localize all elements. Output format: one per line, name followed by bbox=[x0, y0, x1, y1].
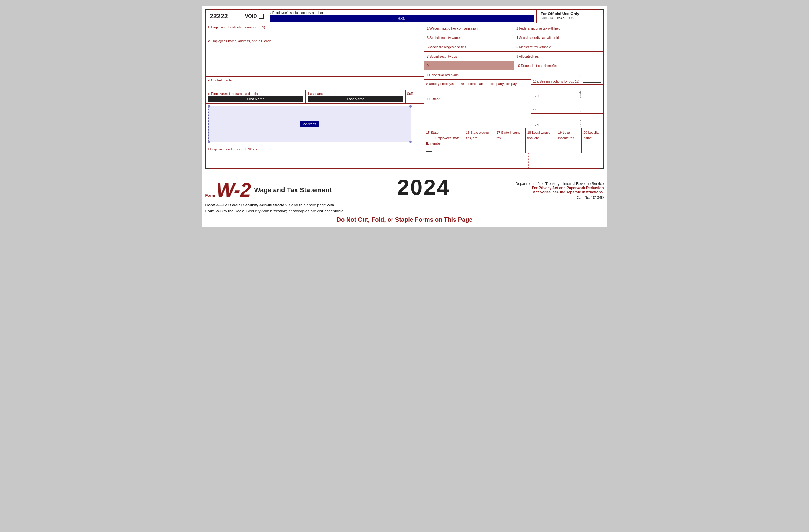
form-number: 22222 bbox=[210, 12, 228, 20]
box-1-cell: 1 Wages, tips, other compensation bbox=[424, 23, 514, 33]
form-title-text: Wage and Tax Statement bbox=[254, 186, 332, 194]
state-line-1 bbox=[426, 151, 432, 152]
ssn-label: a Employee's social security number bbox=[270, 11, 534, 15]
state-rows: 15 State Employer's state ID number 16 S… bbox=[424, 128, 603, 168]
box-19-label: 19 Local income tax bbox=[558, 131, 574, 140]
box-12a-label: 12a See instructions for box 12 bbox=[533, 80, 579, 83]
box-13-ret-label: Retirement plan bbox=[460, 82, 483, 86]
box-2-cell: 2 Federal income tax withheld bbox=[514, 23, 603, 33]
address-input[interactable]: Address bbox=[300, 121, 319, 127]
address-dashed-box[interactable]: Address bbox=[208, 106, 411, 142]
box-12a-line bbox=[583, 82, 601, 83]
box-10-cell: 10 Dependent care benefits bbox=[514, 61, 603, 70]
right-left-col: 11 Nonqualified plans Statutory employee bbox=[424, 70, 531, 128]
box-13-sickpay: Third-party sick pay bbox=[488, 81, 517, 92]
box-3-cell: 3 Social security wages bbox=[424, 33, 514, 42]
box-12c-cell: 12c c o d e bbox=[531, 99, 603, 114]
box-6-cell: 6 Medicare tax withheld bbox=[514, 42, 603, 51]
box-17-cell: 17 State income tax bbox=[495, 128, 526, 153]
box-11-cell: 11 Nonqualified plans bbox=[424, 70, 531, 80]
dept-line-1: Department of the Treasury—Internal Reve… bbox=[516, 182, 604, 186]
suff-label: Suff. bbox=[407, 92, 423, 96]
box-c-label: c Employer's name, address, and ZIP code bbox=[208, 39, 421, 43]
ssn-input[interactable]: SSN bbox=[270, 15, 534, 22]
state-dashed-col-2 bbox=[468, 153, 498, 168]
box-9-label: 9 bbox=[427, 64, 429, 68]
box-c-cell: c Employer's name, address, and ZIP code bbox=[206, 37, 424, 76]
void-checkbox[interactable] bbox=[259, 14, 263, 19]
footer: Form W-2 Wage and Tax Statement 2024 Dep… bbox=[205, 172, 604, 224]
box-12b-code-label: c o d e bbox=[579, 90, 582, 98]
w2-form: 22222 VOID a Employee's social security … bbox=[205, 9, 604, 169]
box-e-last-label: Last name bbox=[308, 92, 403, 96]
box-5-cell: 5 Medicare wages and tips bbox=[424, 42, 514, 51]
box-12c-line bbox=[583, 111, 601, 111]
corner-dot-tl bbox=[208, 105, 210, 107]
copy-detail-1: Send this entire page with bbox=[289, 203, 334, 207]
form-label: Form bbox=[205, 193, 216, 198]
state-dashed-col-4 bbox=[529, 153, 559, 168]
box-20-cell: 20 Locality name bbox=[582, 128, 603, 153]
box-14-cell: 14 Other bbox=[424, 94, 531, 128]
box-13-cell: Statutory employee Retirement plan Third… bbox=[424, 80, 531, 94]
box-f-label: f Employee's address and ZIP code bbox=[208, 147, 421, 151]
box12-section: 12a See instructions for box 12 c o d e … bbox=[531, 70, 603, 128]
first-name-input[interactable]: First Name bbox=[208, 97, 303, 102]
employee-name-row: e Employee's first name and initial Firs… bbox=[206, 90, 424, 104]
emp-last-cell: Last name Last Name bbox=[306, 90, 406, 103]
copy-detail-3: acceptable. bbox=[324, 209, 345, 213]
box-7-label: 7 Social security tips bbox=[427, 54, 457, 58]
box-12d-code-label: c o d e bbox=[579, 120, 582, 127]
state-dashed-row bbox=[424, 153, 603, 168]
box-12a-code-label: c o d e bbox=[579, 76, 582, 83]
top-row: 22222 VOID a Employee's social security … bbox=[206, 10, 603, 23]
corner-dot-bl bbox=[208, 141, 210, 143]
statutory-checkbox[interactable] bbox=[426, 87, 430, 91]
copy-not: not bbox=[317, 209, 323, 213]
box-15-cell: 15 State Employer's state ID number bbox=[424, 128, 464, 153]
last-name-input[interactable]: Last Name bbox=[308, 97, 403, 102]
row-3-4: 3 Social security wages 4 Social securit… bbox=[424, 33, 603, 42]
retirement-checkbox[interactable] bbox=[460, 87, 464, 91]
emp-first-cell: e Employee's first name and initial Firs… bbox=[206, 90, 306, 103]
copy-detail-2: Form W-3 to the Social Security Administ… bbox=[205, 209, 316, 213]
box-5-label: 5 Medicare wages and tips bbox=[427, 45, 466, 49]
box-12c-label: 12c bbox=[533, 108, 579, 112]
box-d-cell: d Control number bbox=[206, 76, 424, 90]
box-13-sick-label: Third-party sick pay bbox=[488, 82, 517, 86]
state-dashed-col-5 bbox=[559, 153, 583, 168]
box-19-cell: 19 Local income tax bbox=[556, 128, 582, 153]
box-b-label: b Employer identification number (EIN) bbox=[208, 25, 421, 29]
footer-right: Department of the Treasury—Internal Reve… bbox=[516, 182, 604, 200]
address-area: Address bbox=[206, 104, 424, 146]
box-12b-line bbox=[583, 97, 601, 97]
row-7-8: 7 Social security tips 8 Allocated tips bbox=[424, 52, 603, 61]
box-1-label: 1 Wages, tips, other compensation bbox=[427, 27, 478, 30]
right-main-area: 11 Nonqualified plans Statutory employee bbox=[424, 70, 603, 128]
box-12b-cell: 12b c o d e bbox=[531, 85, 603, 99]
cat-no: Cat. No. 10134D bbox=[516, 195, 604, 200]
void-label: VOID bbox=[245, 14, 257, 19]
box-6-label: 6 Medicare tax withheld bbox=[516, 45, 551, 49]
corner-dot-tr bbox=[409, 105, 412, 107]
box-15-state-id-label: Employer's state ID number bbox=[426, 136, 460, 145]
box-b-cell: b Employer identification number (EIN) bbox=[206, 23, 424, 37]
box-15-label: 15 State bbox=[426, 131, 438, 134]
box-13-statutory: Statutory employee bbox=[426, 81, 455, 92]
sickpay-checkbox[interactable] bbox=[488, 87, 492, 91]
box-17-label: 17 State income tax bbox=[497, 131, 521, 140]
copy-line: Copy A—For Social Security Administratio… bbox=[205, 202, 604, 214]
box-4-label: 4 Social security tax withheld bbox=[516, 36, 559, 39]
box-12d-cell: 12d c o d e bbox=[531, 114, 603, 128]
box-16-cell: 16 State wages, tips, etc. bbox=[464, 128, 495, 153]
bottom-notice: Do Not Cut, Fold, or Staple Forms on Thi… bbox=[205, 214, 604, 224]
state-label-row: 15 State Employer's state ID number 16 S… bbox=[424, 128, 603, 153]
official-omb: OMB No. 1545-0008 bbox=[541, 16, 600, 20]
official-use-cell: For Official Use Only OMB No. 1545-0008 bbox=[537, 10, 603, 23]
box-3-label: 3 Social security wages bbox=[427, 36, 461, 39]
form-label-group: Form W-2 bbox=[205, 181, 251, 200]
box-9-cell: 9 bbox=[424, 61, 514, 70]
box-4-cell: 4 Social security tax withheld bbox=[514, 33, 603, 42]
box-20-label: 20 Locality name bbox=[583, 131, 599, 140]
corner-dot-br bbox=[409, 141, 412, 143]
